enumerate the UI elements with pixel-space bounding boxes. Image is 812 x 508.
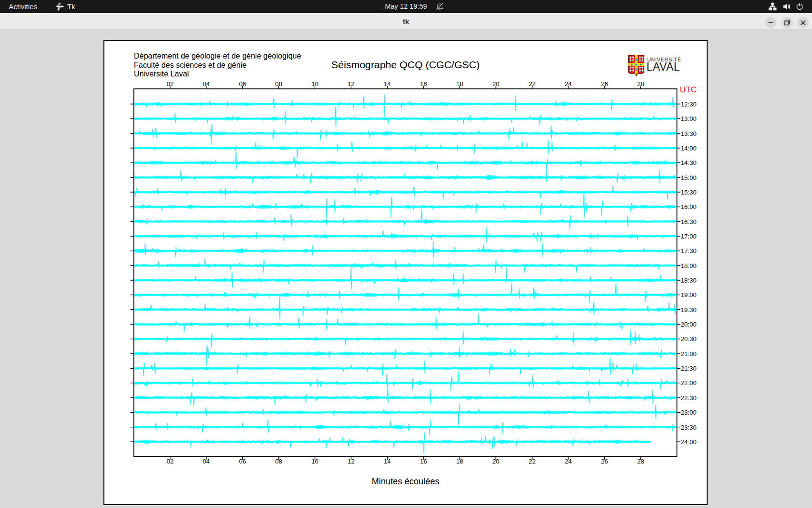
svg-text:13:30: 13:30 bbox=[681, 130, 697, 137]
svg-text:Université Laval: Université Laval bbox=[134, 70, 189, 78]
svg-text:Séismographe QCQ (CGC/GSC): Séismographe QCQ (CGC/GSC) bbox=[332, 59, 480, 70]
svg-text:24:00: 24:00 bbox=[681, 438, 697, 446]
svg-text:16:30: 16:30 bbox=[681, 218, 697, 225]
svg-text:Faculté des sciences et de gén: Faculté des sciences et de génie bbox=[134, 61, 246, 69]
svg-text:21:00: 21:00 bbox=[681, 350, 697, 358]
svg-text:19:00: 19:00 bbox=[681, 291, 697, 299]
svg-text:17:00: 17:00 bbox=[681, 233, 697, 240]
svg-text:22:30: 22:30 bbox=[681, 394, 697, 402]
svg-text:15:00: 15:00 bbox=[681, 174, 697, 181]
svg-text:20:00: 20:00 bbox=[681, 321, 697, 328]
svg-text:16:00: 16:00 bbox=[681, 203, 697, 210]
svg-text:22:00: 22:00 bbox=[681, 379, 697, 387]
svg-text:12:30: 12:30 bbox=[681, 101, 697, 108]
svg-text:17:30: 17:30 bbox=[681, 247, 697, 254]
svg-text:14:00: 14:00 bbox=[681, 145, 697, 152]
svg-text:13:00: 13:00 bbox=[681, 115, 697, 122]
svg-text:19:30: 19:30 bbox=[681, 306, 697, 314]
svg-text:21:30: 21:30 bbox=[681, 365, 697, 372]
svg-text:18:30: 18:30 bbox=[681, 277, 697, 284]
svg-text:18:00: 18:00 bbox=[681, 262, 697, 269]
svg-text:23:00: 23:00 bbox=[681, 409, 697, 416]
svg-text:Département de géologie et de: Département de géologie et de génie géol… bbox=[134, 52, 301, 60]
svg-text:Minutes écoulées: Minutes écoulées bbox=[372, 477, 439, 486]
svg-text:LAVAL: LAVAL bbox=[647, 60, 680, 73]
svg-text:15:30: 15:30 bbox=[681, 189, 697, 196]
svg-text:14:30: 14:30 bbox=[681, 159, 697, 166]
svg-text:23:30: 23:30 bbox=[681, 424, 697, 431]
svg-text:20:30: 20:30 bbox=[681, 335, 697, 343]
svg-text:UTC: UTC bbox=[680, 85, 697, 94]
